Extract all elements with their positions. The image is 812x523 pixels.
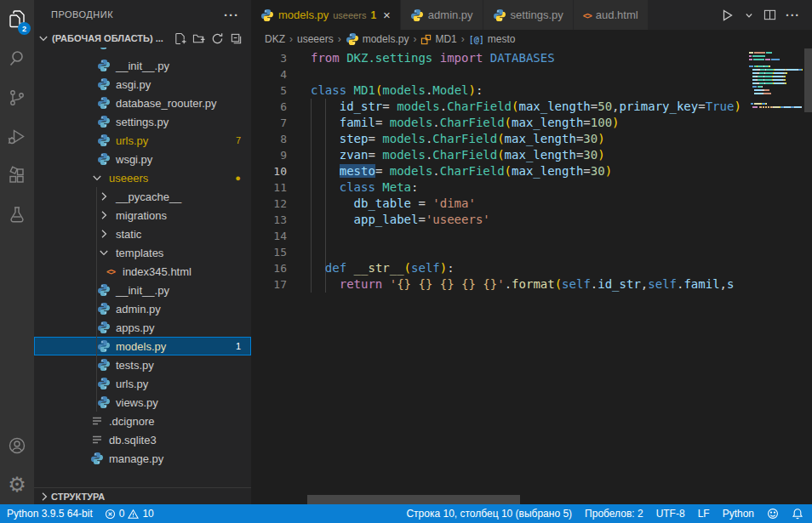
code-line[interactable]: mesto= models.CharField(max_length=30) <box>311 163 747 179</box>
line-number[interactable]: 4 <box>251 66 290 82</box>
line-number[interactable]: 6 <box>251 99 290 115</box>
line-number[interactable]: 5 <box>251 82 290 99</box>
breadcrumb-item[interactable]: models.py <box>346 32 409 46</box>
tree-item[interactable]: manage.py <box>34 449 251 468</box>
code-line[interactable]: famil= models.CharField(max_length=100) <box>311 115 747 131</box>
code-area[interactable]: from DKZ.settings import DATABASESclass … <box>311 50 747 293</box>
tree-item-label: templates <box>116 247 163 259</box>
status-encoding[interactable]: UTF-8 <box>656 508 685 520</box>
code-token: 'dima' <box>432 196 476 210</box>
horizontal-scrollbar-thumb[interactable] <box>307 495 520 504</box>
code-line[interactable]: db_table = 'dima' <box>311 196 747 212</box>
collapse-folders-button[interactable] <box>230 32 243 45</box>
code-line[interactable]: step= models.CharField(max_length=30) <box>311 131 747 147</box>
tab-models.py[interactable]: models.pyuseeers1× <box>251 0 401 30</box>
activity-search[interactable] <box>0 39 34 78</box>
run-dropdown-button[interactable] <box>744 10 754 20</box>
more-actions-button[interactable]: ··· <box>786 9 800 22</box>
code-line[interactable]: zvan= models.CharField(max_length=30) <box>311 147 747 163</box>
status-language-mode[interactable]: Python <box>723 508 754 520</box>
tree-item[interactable]: .dcignore <box>34 412 251 430</box>
tree-item[interactable]: migrations <box>34 206 251 225</box>
line-number[interactable]: 14 <box>251 228 290 244</box>
tree-item[interactable]: settings.py <box>34 112 251 131</box>
activity-run-and-debug[interactable] <box>0 117 34 156</box>
tree-item[interactable]: __init__.py <box>34 56 251 75</box>
chevron-down-icon <box>37 31 50 45</box>
breadcrumb-item[interactable]: [@]mesto <box>469 33 516 45</box>
status-indentation[interactable]: Пробелов: 2 <box>585 508 643 520</box>
code-line[interactable]: app_label='useeers' <box>311 212 747 228</box>
line-number[interactable]: 11 <box>251 179 290 196</box>
tree-item[interactable]: database_roouter.py <box>34 94 251 112</box>
code-line[interactable]: class Meta: <box>311 179 747 196</box>
refresh-explorer-button[interactable] <box>211 32 224 45</box>
tree-item[interactable]: asgi.py <box>34 75 251 94</box>
tree-item[interactable]: urls.py <box>34 374 251 393</box>
line-number[interactable]: 17 <box>251 276 290 293</box>
tree-item[interactable]: wsgi.py <box>34 150 251 168</box>
line-number[interactable]: 8 <box>251 131 290 147</box>
code-line[interactable]: from DKZ.settings import DATABASES <box>311 50 747 66</box>
new-file-button[interactable] <box>174 32 186 45</box>
tree-item[interactable]: views.py <box>34 393 251 412</box>
tree-item[interactable]: db.sqlite3 <box>34 430 251 449</box>
gutter[interactable]: 34567891011121314151617 <box>251 50 290 293</box>
code-line[interactable] <box>311 66 747 82</box>
line-number[interactable]: 9 <box>251 147 290 163</box>
tree-item[interactable]: __init__.py <box>34 281 251 299</box>
code-line[interactable]: id_str= models.CharField(max_length=50,p… <box>311 99 747 115</box>
status-notifications[interactable] <box>792 508 803 520</box>
tab-aud.html[interactable]: <>aud.html <box>574 0 649 30</box>
tree-item[interactable]: urls.py7 <box>34 131 251 150</box>
new-folder-button[interactable] <box>192 32 205 45</box>
breadcrumb-item[interactable]: useeers <box>297 33 334 45</box>
activity-accounts[interactable] <box>0 426 34 465</box>
activity-manage[interactable]: ⚙ <box>0 465 34 504</box>
line-number[interactable]: 10 <box>251 163 290 179</box>
status-problems[interactable]: 010 <box>105 508 154 520</box>
tree-item[interactable]: static <box>34 225 251 243</box>
tree-item[interactable]: apps.py <box>34 318 251 337</box>
line-number[interactable]: 3 <box>251 50 290 66</box>
line-number[interactable]: 15 <box>251 244 290 260</box>
tree-item[interactable]: models.py1 <box>34 337 251 355</box>
status-python-interpreter[interactable]: Python 3.9.5 64-bit <box>7 508 93 520</box>
tab-settings.py[interactable]: settings.py <box>483 0 574 30</box>
line-number[interactable]: 13 <box>251 212 290 228</box>
activity-explorer[interactable]: 2 <box>0 0 34 39</box>
code-line[interactable]: class MD1(models.Model): <box>311 82 747 99</box>
code-line[interactable]: return '{} {} {} {} {}'.format(self.id_s… <box>311 276 747 293</box>
views-and-more-actions-button[interactable]: ··· <box>224 8 239 22</box>
outline-section-header[interactable]: СТРУКТУРА <box>34 487 251 504</box>
tree-item[interactable]: useeers● <box>34 168 251 187</box>
activity-extensions[interactable] <box>0 156 34 196</box>
run-python-file-button[interactable] <box>719 8 735 23</box>
vertical-scrollbar-thumb[interactable] <box>804 48 812 112</box>
tree-item[interactable]: templates <box>34 243 251 262</box>
editor[interactable]: 34567891011121314151617 from DKZ.setting… <box>251 48 812 504</box>
tree-item[interactable]: indexelement <box>34 48 251 56</box>
status-eol[interactable]: LF <box>698 508 710 520</box>
tree-item[interactable]: <>index345.html <box>34 262 251 281</box>
tree-item[interactable]: tests.py <box>34 355 251 374</box>
workspace-section-header[interactable]: (РАБОЧАЯ ОБЛАСТЬ) ... <box>34 29 251 48</box>
tab-close-button[interactable]: × <box>383 9 391 21</box>
code-line[interactable]: def __str__(self): <box>311 260 747 276</box>
tab-admin.py[interactable]: admin.py <box>401 0 483 30</box>
split-editor-button[interactable] <box>763 9 776 21</box>
minimap[interactable] <box>749 52 803 110</box>
breadcrumb-item[interactable]: MD1 <box>420 33 456 45</box>
code-line[interactable] <box>311 244 747 260</box>
tree-item[interactable]: __pycache__ <box>34 187 251 206</box>
code-line[interactable] <box>311 228 747 244</box>
tree-item[interactable]: admin.py <box>34 299 251 318</box>
status-cursor-position[interactable]: Строка 10, столбец 10 (выбрано 5) <box>406 508 572 520</box>
line-number[interactable]: 12 <box>251 196 290 212</box>
line-number[interactable]: 16 <box>251 260 290 276</box>
breadcrumb-item[interactable]: DKZ <box>265 33 285 45</box>
activity-source-control[interactable] <box>0 78 34 117</box>
line-number[interactable]: 7 <box>251 115 290 131</box>
activity-testing[interactable] <box>0 196 34 235</box>
status-tweet-feedback[interactable] <box>767 508 779 520</box>
